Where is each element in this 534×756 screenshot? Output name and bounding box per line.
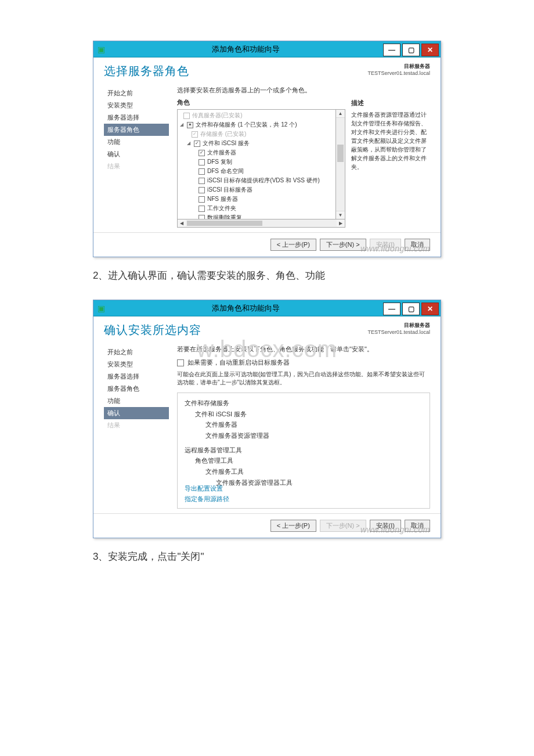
nav-roles[interactable]: 服务器角色 <box>104 383 169 395</box>
checkbox-icon[interactable] <box>194 141 200 147</box>
cancel-button[interactable]: 取消 <box>405 520 430 532</box>
next-button: 下一步(N) > <box>320 520 366 532</box>
install-button: 安装(I) <box>370 239 401 251</box>
vertical-scrollbar[interactable]: ▲ ▼ <box>335 110 345 219</box>
scroll-up-icon[interactable]: ▲ <box>336 110 345 118</box>
caption-2: 2、进入确认界面，确认需要安装的服务、角色、功能 <box>93 269 441 282</box>
nav-before[interactable]: 开始之前 <box>104 346 169 358</box>
wizard-1: ▣ 添加角色和功能向导 — ▢ ✕ 选择服务器角色 目标服务器 TESTServ… <box>93 41 441 257</box>
nav-server[interactable]: 服务器选择 <box>104 370 169 383</box>
roles-tree[interactable]: 传真服务器(已安装) ◢文件和存储服务 (1 个已安装，共 12 个) 存储服务… <box>177 109 345 219</box>
checkbox-icon[interactable] <box>187 122 193 128</box>
caption-3: 3、安装完成，点击"关闭" <box>93 550 441 563</box>
window-title: 添加角色和功能向导 <box>109 303 383 314</box>
scrollbar-thumb[interactable] <box>187 221 262 226</box>
checkbox-icon[interactable] <box>199 187 205 193</box>
checkbox-icon <box>183 113 190 119</box>
description-text: 文件服务器资源管理器通过计划文件管理任务和存储报告、对文件和文件夹进行分类、配置… <box>351 110 430 171</box>
checkbox-icon[interactable] <box>199 168 205 175</box>
titlebar: ▣ 添加角色和功能向导 — ▢ ✕ <box>93 41 441 57</box>
close-button[interactable]: ✕ <box>421 303 439 315</box>
previous-button[interactable]: < 上一步(P) <box>270 520 316 532</box>
install-button[interactable]: 安装(I) <box>370 520 401 532</box>
auto-restart-checkbox[interactable]: 如果需要，自动重新启动目标服务器 <box>177 358 430 367</box>
checkbox-icon[interactable] <box>199 178 205 184</box>
checkbox-icon[interactable] <box>199 150 205 156</box>
minimize-button[interactable]: — <box>383 303 400 315</box>
collapse-icon[interactable]: ◢ <box>187 140 192 147</box>
wizard-app-icon: ▣ <box>93 45 109 54</box>
checkbox-icon[interactable] <box>199 196 205 203</box>
warning-text: 可能会在此页面上显示可选功能(如管理工具)，因为已自动选择这些功能。如果不希望安… <box>177 370 430 387</box>
nav-confirm[interactable]: 确认 <box>104 148 169 160</box>
wizard-app-icon: ▣ <box>93 304 109 313</box>
collapse-icon[interactable]: ◢ <box>180 121 185 129</box>
instruction-text: 若要在所选服务器上安装以下角色、角色服务或功能，请单击"安装"。 <box>177 345 430 354</box>
window-controls: — ▢ ✕ <box>383 301 441 315</box>
scrollbar-thumb[interactable] <box>337 145 344 162</box>
checkbox-icon[interactable] <box>199 159 205 165</box>
window-controls: — ▢ ✕ <box>383 42 441 56</box>
cancel-button[interactable]: 取消 <box>405 239 430 251</box>
scroll-down-icon[interactable]: ▼ <box>336 211 345 219</box>
close-button[interactable]: ✕ <box>421 44 439 56</box>
instruction-text: 选择要安装在所选服务器上的一个或多个角色。 <box>177 86 430 95</box>
wizard-nav: 开始之前 安装类型 服务器选择 服务器角色 功能 确认 结果 <box>104 343 169 509</box>
scroll-left-icon[interactable]: ◀ <box>178 219 186 227</box>
feature-list-box: 文件和存储服务 文件和 iSCSI 服务 文件服务器 文件服务器资源管理器 远程… <box>177 393 430 509</box>
scroll-right-icon[interactable]: ▶ <box>337 219 345 227</box>
nav-features[interactable]: 功能 <box>104 136 169 148</box>
maximize-button[interactable]: ▢ <box>402 44 420 56</box>
export-config-link[interactable]: 导出配置设置 <box>185 483 229 494</box>
minimize-button[interactable]: — <box>383 44 400 56</box>
roles-column-header: 角色 <box>177 98 345 107</box>
nav-features[interactable]: 功能 <box>104 395 169 407</box>
description-column-header: 描述 <box>351 98 430 108</box>
window-title: 添加角色和功能向导 <box>109 44 383 55</box>
nav-type[interactable]: 安装类型 <box>104 99 169 111</box>
nav-server[interactable]: 服务器选择 <box>104 111 169 124</box>
nav-result: 结果 <box>104 160 169 172</box>
checkbox-icon <box>192 131 198 138</box>
nav-roles[interactable]: 服务器角色 <box>104 124 169 136</box>
wizard-nav: 开始之前 安装类型 服务器选择 服务器角色 功能 确认 结果 <box>104 84 169 228</box>
nav-result: 结果 <box>104 419 169 431</box>
target-server-info: 目标服务器 TESTServer01.testad.local <box>367 63 430 77</box>
titlebar: ▣ 添加角色和功能向导 — ▢ ✕ <box>93 300 441 316</box>
wizard-2: ▣ 添加角色和功能向导 — ▢ ✕ w.bdocx.com 确认安装所选内容 目… <box>93 300 441 538</box>
checkbox-icon[interactable] <box>199 206 205 212</box>
previous-button[interactable]: < 上一步(P) <box>270 239 316 251</box>
checkbox-icon[interactable] <box>177 359 184 366</box>
page-heading: 选择服务器角色 <box>104 63 367 79</box>
nav-before[interactable]: 开始之前 <box>104 87 169 99</box>
nav-type[interactable]: 安装类型 <box>104 358 169 370</box>
page-heading: 确认安装所选内容 <box>104 322 367 338</box>
maximize-button[interactable]: ▢ <box>402 303 420 315</box>
nav-confirm[interactable]: 确认 <box>104 407 169 419</box>
horizontal-scrollbar[interactable]: ◀ ▶ <box>177 219 345 228</box>
checkbox-icon[interactable] <box>199 215 205 219</box>
target-server-info: 目标服务器 TESTServer01.testad.local <box>367 322 430 336</box>
next-button[interactable]: 下一步(N) > <box>320 239 366 251</box>
alt-source-link[interactable]: 指定备用源路径 <box>185 494 229 505</box>
